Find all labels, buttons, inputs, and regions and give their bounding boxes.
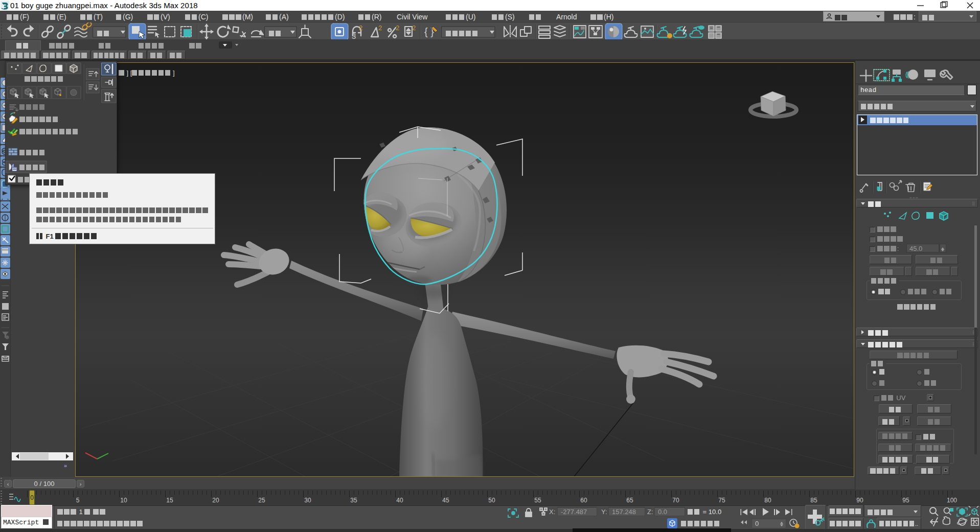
svg-text:2: 2 — [359, 24, 362, 32]
svg-text:2: 2 — [396, 24, 399, 32]
svg-text:2: 2 — [412, 24, 416, 32]
svg-text:2: 2 — [378, 24, 382, 32]
svg-text:3: 3 — [352, 32, 356, 40]
